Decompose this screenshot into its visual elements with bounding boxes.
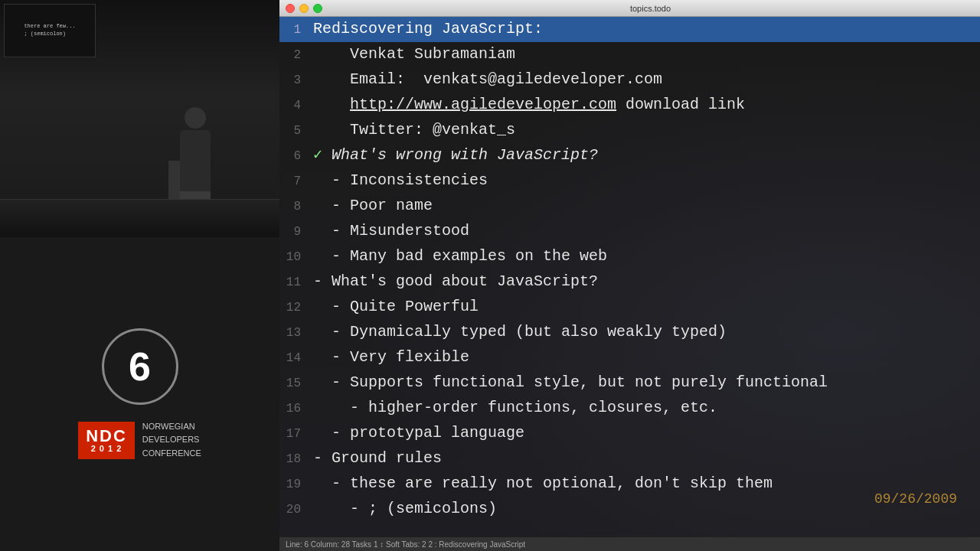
line-number: 9: [279, 220, 310, 244]
slide-thumbnail-text: there are few...; (semicolon): [21, 21, 77, 41]
line-number: 19: [279, 473, 310, 497]
line-number: 16: [279, 397, 310, 421]
line-content: Twitter: @venkat_s: [310, 118, 980, 142]
line-row: 20 - ; (semicolons): [279, 497, 980, 522]
line-row: 4 http://www.agiledeveloper.com download…: [279, 93, 980, 118]
line-number: 13: [279, 321, 310, 345]
stage: [0, 199, 279, 237]
speaker-video: there are few...; (semicolon): [0, 0, 279, 237]
minimize-button[interactable]: [299, 4, 309, 13]
line-content: - Very flexible: [310, 345, 980, 369]
editor-title: topics.todo: [327, 4, 974, 13]
line-row: 18 - Ground rules: [279, 446, 980, 471]
speaker-head: [185, 107, 206, 129]
line-number: 5: [279, 119, 310, 143]
bottom-section: 6 NDC 2 0 1 2 NORWEGIAN DEVELOPERS CONFE…: [0, 237, 279, 551]
slide-number: 6: [129, 344, 151, 390]
line-row: 1 Rediscovering JavaScript:: [279, 17, 980, 42]
line-row: 14 - Very flexible: [279, 345, 980, 370]
line-number: 18: [279, 448, 310, 471]
line-number: 2: [279, 44, 310, 67]
line-content: Email: venkats@agiledeveloper.com: [310, 67, 980, 91]
line-row: 9 - Misunderstood: [279, 219, 980, 244]
line-content: - ; (semicolons): [310, 497, 980, 520]
ndc-info-line2: DEVELOPERS: [142, 433, 201, 447]
status-text: Line: 6 Column: 28 Tasks 1 ↕ Soft Tabs: …: [286, 540, 525, 549]
line-row: 3 Email: venkats@agiledeveloper.com: [279, 67, 980, 93]
line-number: 3: [279, 69, 310, 93]
speaker-figure: [172, 107, 218, 214]
ndc-info: NORWEGIAN DEVELOPERS CONFERENCE: [142, 420, 201, 461]
ndc-year: 2 0 1 2: [91, 445, 122, 453]
ndc-info-line3: CONFERENCE: [142, 447, 201, 461]
line-content: - Ground rules: [310, 446, 980, 470]
line-content: - Quite Powerful: [310, 295, 980, 318]
italic-text: What's wrong with JavaScript?: [332, 146, 598, 164]
line-row: 7 - Inconsistencies: [279, 168, 980, 194]
video-content: there are few...; (semicolon): [0, 0, 279, 237]
line-number: 8: [279, 195, 310, 219]
line-content: - Supports functional style, but not pur…: [310, 370, 980, 394]
left-panel: there are few...; (semicolon) 6 NDC 2 0 …: [0, 0, 279, 551]
maximize-button[interactable]: [313, 4, 322, 13]
ndc-text: NDC: [86, 428, 127, 445]
line-row: 19 - these are really not optional, don'…: [279, 471, 980, 497]
line-row: 10 - Many bad examples on the web: [279, 244, 980, 269]
line-content: - prototypal language: [310, 421, 980, 445]
line-row: 2 Venkat Subramaniam: [279, 42, 980, 67]
line-number: 15: [279, 372, 310, 396]
line-number: 20: [279, 498, 310, 522]
line-row: 16 - higher-order functions, closures, e…: [279, 396, 980, 421]
ndc-info-line1: NORWEGIAN: [142, 420, 201, 434]
line-row: 15 - Supports functional style, but not …: [279, 370, 980, 396]
line-row: 12 - Quite Powerful: [279, 295, 980, 320]
line-row: 17 - prototypal language: [279, 421, 980, 446]
checkmark-icon: ✓: [313, 146, 332, 164]
line-content: Venkat Subramaniam: [310, 42, 980, 66]
ndc-badge: NDC 2 0 1 2: [78, 422, 135, 459]
editor-statusbar: Line: 6 Column: 28 Tasks 1 ↕ Soft Tabs: …: [279, 537, 980, 551]
editor-content[interactable]: 1 Rediscovering JavaScript: 2 Venkat Sub…: [279, 17, 980, 537]
speaker-body: [180, 130, 211, 191]
line-content: - Inconsistencies: [310, 168, 980, 192]
slide-number-circle: 6: [102, 328, 178, 405]
line-number: 11: [279, 271, 310, 295]
line-content: - Dynamically typed (but also weakly typ…: [310, 320, 980, 344]
line-row: 8 - Poor name: [279, 194, 980, 219]
line-row: 11 - What's good about JavaScript?: [279, 269, 980, 295]
close-button[interactable]: [286, 4, 295, 13]
editor-lines-wrapper: 1 Rediscovering JavaScript: 2 Venkat Sub…: [279, 17, 980, 522]
url-text: http://www.agiledeveloper.com: [350, 96, 616, 113]
line-content: - Many bad examples on the web: [310, 244, 980, 268]
line-content: Rediscovering JavaScript:: [310, 17, 980, 41]
line-content: - higher-order functions, closures, etc.: [310, 396, 980, 419]
line-number: 10: [279, 246, 310, 269]
slide-thumbnail: there are few...; (semicolon): [4, 4, 96, 57]
line-number: 12: [279, 296, 310, 320]
line-content: - What's good about JavaScript?: [310, 269, 980, 293]
line-row: 6 ✓ What's wrong with JavaScript?: [279, 143, 980, 168]
line-content: http://www.agiledeveloper.com download l…: [310, 93, 980, 116]
line-number: 17: [279, 422, 310, 446]
line-number: 1: [279, 18, 310, 42]
line-content: - Misunderstood: [310, 219, 980, 243]
editor-titlebar: topics.todo: [279, 0, 980, 17]
line-content: - these are really not optional, don't s…: [310, 471, 980, 495]
line-row: 5 Twitter: @venkat_s: [279, 118, 980, 143]
line-number: 6: [279, 145, 310, 168]
line-number: 14: [279, 347, 310, 370]
line-content: ✓ What's wrong with JavaScript?: [310, 143, 980, 167]
line-number: 4: [279, 94, 310, 118]
line-content: - Poor name: [310, 194, 980, 217]
line-number: 7: [279, 170, 310, 194]
line-row: 13 - Dynamically typed (but also weakly …: [279, 320, 980, 345]
editor-panel: topics.todo 1 Rediscovering JavaScript: …: [279, 0, 980, 551]
ndc-logo: NDC 2 0 1 2 NORWEGIAN DEVELOPERS CONFERE…: [78, 420, 201, 461]
